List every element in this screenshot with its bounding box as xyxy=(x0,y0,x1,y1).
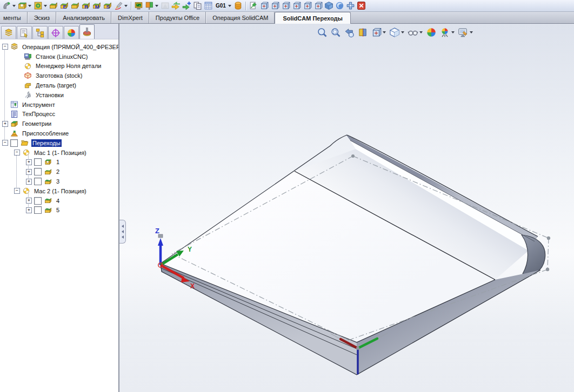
view-settings-button[interactable] xyxy=(457,26,474,38)
tree-item-checkbox[interactable] xyxy=(34,158,42,166)
tree-item-label[interactable]: Приспособление xyxy=(21,130,70,137)
calculator-button[interactable] xyxy=(203,1,213,11)
zoom-fit-button[interactable] xyxy=(316,26,328,38)
tree-item[interactable]: ТехПроцесс xyxy=(0,110,118,119)
graphics-viewport[interactable]: Z Y X xyxy=(119,24,574,392)
tree-item-label[interactable]: Переходы xyxy=(31,139,62,147)
tree-item-label[interactable]: Операция (ПРЯМОЙ_400_ФРЕЗЕРО xyxy=(21,43,119,51)
tree-item[interactable]: −Переходы xyxy=(0,138,118,148)
tree-item-label[interactable]: 2 xyxy=(55,168,61,175)
expand-toggle[interactable]: + xyxy=(26,207,32,213)
tree-item[interactable]: −Мас 2 (1- Позиция) xyxy=(0,186,118,196)
tree-item-label[interactable]: 4 xyxy=(55,197,61,205)
property-manager-tab[interactable] xyxy=(17,26,32,39)
pin-button[interactable] xyxy=(248,1,258,11)
sync-operations-button[interactable] xyxy=(171,1,181,11)
op-face-button[interactable]: R xyxy=(81,1,91,11)
tree-item-label[interactable]: Деталь (target) xyxy=(35,82,77,89)
engrave-tool-button[interactable] xyxy=(2,1,17,11)
view-isometric-button[interactable] xyxy=(324,1,334,11)
zoom-area-button[interactable] xyxy=(330,26,342,38)
collapse-toggle[interactable]: − xyxy=(2,44,8,50)
ribbon-tab-3[interactable]: Анализировать xyxy=(56,12,111,23)
collapse-toggle[interactable]: − xyxy=(14,188,20,194)
view-back-button[interactable] xyxy=(270,1,280,11)
edit-appearance-button[interactable] xyxy=(425,26,437,38)
ribbon-tab-6[interactable]: Операция SolidCAM xyxy=(206,12,275,23)
tree-item[interactable]: Инструмент xyxy=(0,100,118,110)
expand-toggle[interactable]: + xyxy=(2,121,8,127)
tree-item[interactable]: +3 xyxy=(0,177,118,186)
expand-toggle[interactable]: + xyxy=(26,179,32,185)
tree-item-label[interactable]: 1 xyxy=(55,158,61,166)
view-front-button[interactable] xyxy=(259,1,269,11)
tree-item-label[interactable]: Мас 1 (1- Позиция) xyxy=(33,149,88,157)
display-style-button[interactable] xyxy=(389,26,405,38)
tree-item[interactable]: +1 xyxy=(0,158,118,167)
copy-operations-button[interactable] xyxy=(192,1,203,11)
tree-item[interactable]: Приспособление xyxy=(0,129,118,138)
engrave-pen-button[interactable] xyxy=(114,1,129,11)
view-bottom-button[interactable] xyxy=(313,1,323,11)
view-top-button[interactable] xyxy=(302,1,312,11)
view-left-button[interactable] xyxy=(281,1,291,11)
tree-item-label[interactable]: Инструмент xyxy=(21,101,56,109)
dropdown-caret-icon[interactable] xyxy=(155,5,158,7)
dropdown-caret-icon[interactable] xyxy=(401,31,404,33)
tree-item[interactable]: +Геометрии xyxy=(0,119,118,129)
dropdown-caret-icon[interactable] xyxy=(228,5,231,7)
tree-item-label[interactable]: 5 xyxy=(55,206,61,214)
tree-item-label[interactable]: Геометрии xyxy=(21,120,52,127)
tree-item-checkbox[interactable] xyxy=(34,206,42,214)
ribbon-tab-4[interactable]: DimXpert xyxy=(111,12,149,23)
ribbon-tab-1[interactable]: менты xyxy=(0,12,28,23)
tree-item[interactable]: +2 xyxy=(0,167,118,177)
view-orientation-button[interactable] xyxy=(370,26,387,38)
drill-button[interactable] xyxy=(33,1,48,11)
panel-collapse-handle[interactable] xyxy=(119,220,126,244)
expand-toggle[interactable]: + xyxy=(26,198,32,204)
op-face-button[interactable]: M xyxy=(92,1,102,11)
tree-item-label[interactable]: ТехПроцесс xyxy=(21,110,56,118)
collapse-toggle[interactable]: − xyxy=(2,140,8,146)
op-face-button[interactable] xyxy=(70,1,81,11)
feature-manager-tab[interactable] xyxy=(1,26,16,39)
display-manager-tab[interactable] xyxy=(64,26,79,39)
simulation-disabled-button[interactable] xyxy=(160,1,170,11)
tree-item[interactable]: Станок (LinuxCNC) xyxy=(0,52,118,62)
pocket-mill-button[interactable] xyxy=(17,1,32,11)
tree-item-label[interactable]: Менеджер Ноля детали xyxy=(35,62,102,70)
apply-scene-button[interactable] xyxy=(439,26,456,38)
tree-item[interactable]: +4 xyxy=(0,196,118,206)
tree-item[interactable]: −Операция (ПРЯМОЙ_400_ФРЕЗЕРО xyxy=(0,42,118,52)
tree-item-label[interactable]: 3 xyxy=(55,178,61,185)
hide-show-items-button[interactable] xyxy=(407,26,424,38)
ribbon-tab-2[interactable]: Эскиз xyxy=(28,12,56,23)
gcode-mode-button[interactable]: G01 xyxy=(214,1,232,11)
tree-item-label[interactable]: Станок (LinuxCNC) xyxy=(35,53,89,60)
dropdown-caret-icon[interactable] xyxy=(44,5,47,7)
tree-item[interactable]: Установки xyxy=(0,90,118,100)
tree-item[interactable]: Заготовка (stock) xyxy=(0,71,118,80)
tree-item[interactable]: Деталь (target) xyxy=(0,80,118,90)
op-face-button[interactable]: S xyxy=(103,1,113,11)
tree-item-checkbox[interactable] xyxy=(34,178,42,185)
tree-item[interactable]: +5 xyxy=(0,206,118,215)
tree-item[interactable]: Менеджер Ноля детали xyxy=(0,62,118,71)
dropdown-caret-icon[interactable] xyxy=(470,31,473,33)
shaded-view-button[interactable] xyxy=(335,1,345,11)
view-right-button[interactable] xyxy=(291,1,302,11)
tree-item-label[interactable]: Мас 2 (1- Позиция) xyxy=(33,187,88,195)
expand-toggle[interactable]: + xyxy=(26,159,32,165)
expand-toggle[interactable]: + xyxy=(26,169,32,175)
dropdown-caret-icon[interactable] xyxy=(419,31,423,33)
ribbon-tab-7[interactable]: SolidCAM Переходы xyxy=(275,12,351,24)
section-view-button[interactable] xyxy=(357,26,369,38)
dropdown-caret-icon[interactable] xyxy=(451,31,455,33)
multi-view-button[interactable] xyxy=(345,1,356,11)
tree-item-label[interactable]: Установки xyxy=(35,91,65,99)
tree-item-checkbox[interactable] xyxy=(34,168,42,175)
machine-simulation-button[interactable] xyxy=(134,1,144,11)
tree-item-checkbox[interactable] xyxy=(34,197,42,205)
ribbon-tab-5[interactable]: Продукты Office xyxy=(149,12,206,23)
